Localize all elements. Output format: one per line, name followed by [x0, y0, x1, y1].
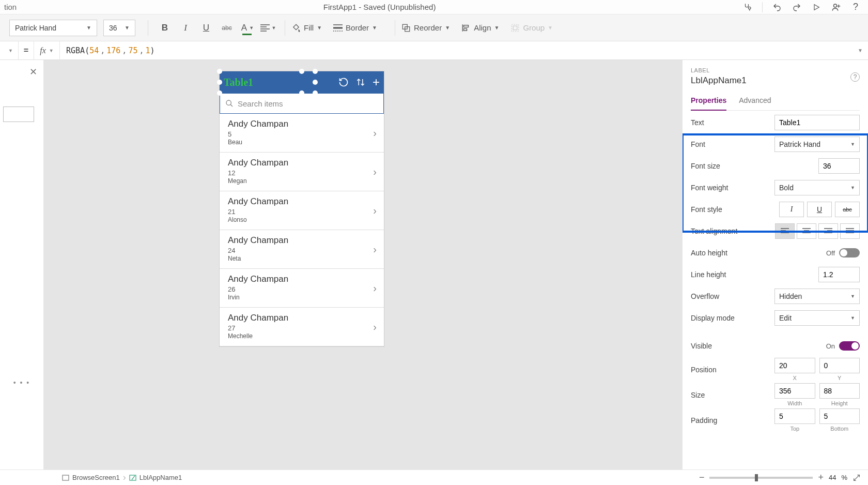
- auto-height-toggle[interactable]: [839, 248, 860, 257]
- item-sub2: Megan: [228, 177, 376, 185]
- item-sub2: Mechelle: [228, 332, 376, 340]
- element-type-label: LABEL: [691, 67, 860, 73]
- zoom-unit: %: [841, 474, 847, 481]
- chevron-right-icon[interactable]: ›: [373, 244, 377, 255]
- play-icon[interactable]: [811, 2, 822, 12]
- app-header[interactable]: Table1 +: [220, 71, 384, 93]
- left-panel-input[interactable]: [3, 107, 34, 122]
- size-w-input[interactable]: [774, 383, 815, 399]
- item-title: Andy Champan: [228, 196, 376, 207]
- gallery-item[interactable]: Andy Champan12Megan›: [220, 153, 384, 191]
- align-right-button[interactable]: [818, 223, 838, 239]
- underline-toggle[interactable]: U: [807, 202, 832, 217]
- property-select[interactable]: ▼: [0, 41, 19, 59]
- fit-screen-icon[interactable]: [853, 474, 861, 482]
- redo-icon[interactable]: [792, 2, 802, 12]
- gallery-item[interactable]: Andy Champan27Mechelle›: [220, 308, 384, 346]
- gallery-item[interactable]: Andy Champan5Beau›: [220, 114, 384, 153]
- chevron-right-icon[interactable]: ›: [373, 205, 377, 217]
- font-color-button[interactable]: A▼: [237, 18, 258, 38]
- diagnostics-icon[interactable]: [742, 2, 753, 12]
- chevron-right-icon[interactable]: ›: [373, 127, 377, 139]
- formula-bar: ▼ = fx▼ RGBA( 54, 176, 75, 1) ▼: [0, 41, 868, 60]
- more-icon[interactable]: • • •: [0, 378, 43, 387]
- item-sub2: Neta: [228, 255, 376, 262]
- font-size-input[interactable]: [818, 158, 860, 174]
- align-left-button[interactable]: [775, 223, 795, 239]
- gallery-item[interactable]: Andy Champan26Irvin›: [220, 269, 384, 308]
- align-justify-button[interactable]: [840, 223, 860, 239]
- breadcrumb-control[interactable]: LblAppName1: [124, 474, 187, 481]
- undo-icon[interactable]: [772, 2, 782, 12]
- font-select[interactable]: Patrick Hand▼: [774, 137, 860, 152]
- label-font-size: Font size: [691, 162, 818, 170]
- breadcrumb-screen[interactable]: BrowseScreen1: [57, 474, 125, 481]
- size-h-input[interactable]: [819, 383, 860, 399]
- close-panel-icon[interactable]: ✕: [29, 66, 37, 78]
- properties-panel: LABEL LblAppName1 ? Properties Advanced …: [682, 60, 868, 469]
- zoom-slider[interactable]: [709, 477, 813, 479]
- help-icon[interactable]: ?: [850, 2, 861, 12]
- align-objects-button[interactable]: Align▼: [461, 23, 499, 33]
- pad-bot-input[interactable]: [819, 408, 860, 424]
- svg-rect-18: [514, 26, 518, 30]
- item-title: Andy Champan: [228, 274, 376, 284]
- bold-button[interactable]: B: [154, 18, 175, 38]
- svg-rect-15: [464, 25, 469, 27]
- align-center-button[interactable]: [797, 223, 816, 239]
- refresh-icon[interactable]: [338, 77, 349, 87]
- gallery-item[interactable]: Andy Champan24Neta›: [220, 230, 384, 269]
- item-sub1: 12: [228, 169, 376, 177]
- item-title: Andy Champan: [228, 119, 376, 129]
- panel-help-icon[interactable]: ?: [850, 72, 860, 82]
- label-line-height: Line height: [691, 270, 818, 279]
- border-button[interactable]: Border▼: [333, 23, 377, 32]
- search-input[interactable]: Search items: [220, 93, 384, 114]
- svg-rect-35: [63, 475, 69, 480]
- pos-y-input[interactable]: [819, 358, 860, 373]
- equals-label: =: [19, 41, 34, 59]
- line-height-input[interactable]: [818, 267, 860, 282]
- chevron-right-icon[interactable]: ›: [373, 321, 377, 333]
- label-text: Text: [691, 118, 774, 127]
- expand-formula-icon[interactable]: ▼: [853, 48, 868, 53]
- app-title-label[interactable]: Table1: [224, 77, 253, 88]
- add-icon[interactable]: +: [373, 76, 380, 88]
- search-icon: [225, 99, 234, 108]
- text-input[interactable]: [774, 115, 860, 130]
- align-button[interactable]: ▼: [258, 18, 278, 38]
- pad-top-input[interactable]: [774, 408, 815, 424]
- reorder-button[interactable]: Reorder▼: [401, 23, 450, 33]
- strikethrough-button[interactable]: abc: [216, 18, 237, 38]
- font-size-select[interactable]: 36▼: [103, 20, 135, 36]
- item-title: Andy Champan: [228, 313, 376, 323]
- fill-button[interactable]: Fill▼: [291, 23, 322, 33]
- zoom-out-button[interactable]: −: [699, 472, 705, 483]
- item-sub1: 5: [228, 130, 376, 138]
- svg-rect-17: [512, 24, 519, 32]
- status-bar: BrowseScreen1 › LblAppName1 − + 44 %: [0, 469, 868, 485]
- strike-toggle[interactable]: abc: [835, 202, 860, 217]
- sort-icon[interactable]: [356, 77, 365, 87]
- display-mode-select[interactable]: Edit▼: [774, 310, 860, 326]
- formula-input[interactable]: RGBA( 54, 176, 75, 1): [60, 46, 853, 55]
- chevron-right-icon[interactable]: ›: [373, 166, 377, 178]
- italic-toggle[interactable]: I: [779, 202, 804, 217]
- chevron-right-icon[interactable]: ›: [373, 282, 377, 294]
- share-icon[interactable]: [831, 2, 841, 12]
- visible-toggle[interactable]: [839, 341, 860, 351]
- font-family-select[interactable]: Patrick Hand▼: [9, 20, 97, 36]
- item-sub2: Beau: [228, 139, 376, 146]
- italic-button[interactable]: I: [175, 18, 196, 38]
- gallery-item[interactable]: Andy Champan21Alonso›: [220, 191, 384, 230]
- fx-button[interactable]: fx▼: [34, 41, 60, 59]
- font-weight-select[interactable]: Bold▼: [774, 180, 860, 195]
- tab-advanced[interactable]: Advanced: [739, 93, 771, 110]
- zoom-in-button[interactable]: +: [818, 472, 824, 483]
- canvas[interactable]: Table1 + Search items Andy Champan5Beau›…: [44, 60, 682, 469]
- label-text-align: Text alignment: [691, 227, 775, 235]
- tab-properties[interactable]: Properties: [691, 93, 726, 111]
- underline-button[interactable]: U: [196, 18, 216, 38]
- pos-x-input[interactable]: [774, 358, 815, 373]
- overflow-select[interactable]: Hidden▼: [774, 289, 860, 304]
